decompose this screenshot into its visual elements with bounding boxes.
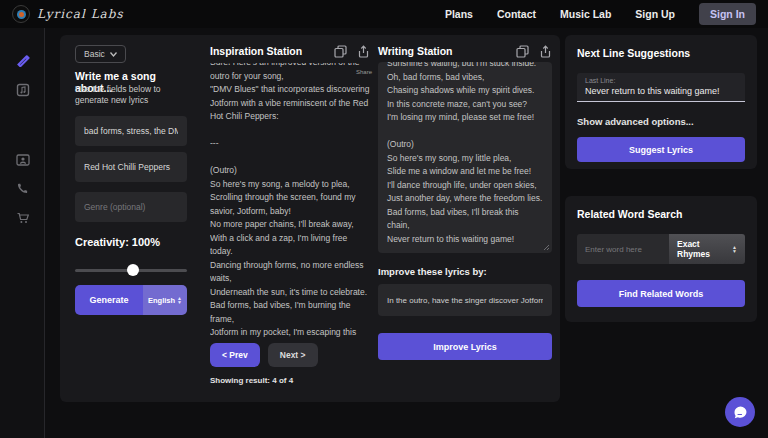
cart-icon	[16, 211, 30, 225]
chat-fab-button[interactable]	[725, 397, 755, 427]
inspiration-column: Inspiration Station Share Sure! Here's a…	[210, 35, 370, 402]
improve-input[interactable]	[378, 284, 552, 316]
sidebar-item-profile[interactable]	[0, 148, 45, 172]
showing-result: Showing result: 4 of 4	[210, 376, 293, 385]
next-line-title: Next Line Suggestions	[577, 47, 745, 59]
result-pager: < Prev Next >	[210, 343, 318, 367]
language-select-label: English	[148, 296, 175, 305]
inspiration-title: Inspiration Station	[210, 45, 302, 57]
sidebar-rail	[0, 28, 45, 438]
contact-card-icon	[16, 153, 30, 167]
generator-subtitle: Use the fields below to generate new lyr…	[75, 84, 191, 106]
inspiration-text: Sure! Here's an improved version of the …	[210, 63, 370, 337]
sidebar-item-write[interactable]	[0, 48, 45, 72]
last-line-value: Never return to this waiting game!	[585, 86, 737, 96]
last-line-label: Last Line:	[585, 77, 737, 84]
select-arrows-icon: ▲▼	[177, 296, 182, 304]
topic-input[interactable]	[75, 116, 187, 146]
genre-input[interactable]	[75, 192, 187, 222]
generator-column: Basic Write me a song about... Use the f…	[75, 35, 191, 402]
writing-title: Writing Station	[378, 45, 452, 57]
related-word-title: Related Word Search	[577, 208, 745, 220]
nav-plans[interactable]: Plans	[445, 8, 473, 20]
music-note-icon	[16, 83, 30, 97]
brand[interactable]: Lyrical Labs	[12, 5, 124, 23]
match-type-select[interactable]: Exact Rhymes ▲▼	[669, 234, 745, 264]
inspiration-header: Inspiration Station Share	[210, 45, 370, 58]
artist-input[interactable]	[75, 152, 187, 182]
share-icon[interactable]	[539, 45, 552, 58]
nav-music-lab[interactable]: Music Lab	[560, 8, 611, 20]
vinyl-record-icon	[12, 5, 30, 23]
improve-lyrics-button[interactable]: Improve Lyrics	[378, 333, 552, 360]
generate-button[interactable]: Generate	[75, 285, 143, 315]
top-nav: Plans Contact Music Lab Sign Up Sign In	[445, 3, 756, 25]
word-input[interactable]	[577, 234, 669, 264]
copy-icon[interactable]	[516, 45, 529, 58]
lyrics-editor-wrap	[378, 62, 552, 253]
copy-icon[interactable]	[334, 45, 347, 58]
phone-icon	[16, 182, 29, 195]
mode-select-label: Basic	[84, 49, 105, 59]
sidebar-item-cart[interactable]	[0, 206, 45, 230]
prev-button[interactable]: < Prev	[210, 343, 260, 367]
writing-header: Writing Station	[378, 45, 552, 58]
creativity-slider[interactable]	[75, 264, 187, 276]
pencil-icon	[16, 53, 30, 67]
lyrics-editor[interactable]	[378, 62, 552, 253]
share-icon[interactable]	[357, 45, 370, 58]
chevron-down-icon	[110, 52, 117, 57]
topbar: Lyrical Labs Plans Contact Music Lab Sig…	[0, 0, 768, 28]
mode-select[interactable]: Basic	[75, 45, 126, 63]
advanced-options-toggle[interactable]: Show advanced options...	[577, 116, 745, 127]
sidebar-item-phone[interactable]	[0, 176, 45, 200]
nav-sign-up[interactable]: Sign Up	[635, 8, 675, 20]
sidebar-item-music[interactable]	[0, 78, 45, 102]
language-select[interactable]: English ▲▼	[143, 285, 187, 315]
brand-name: Lyrical Labs	[37, 7, 124, 21]
suggest-lyrics-button[interactable]: Suggest Lyrics	[577, 137, 745, 162]
related-word-panel: Related Word Search Exact Rhymes ▲▼ Find…	[565, 196, 757, 322]
match-type-label: Exact Rhymes	[677, 239, 732, 259]
creativity-label: Creativity: 100%	[75, 236, 160, 248]
nav-contact[interactable]: Contact	[497, 8, 536, 20]
related-word-row: Exact Rhymes ▲▼	[577, 234, 745, 264]
improve-label: Improve these lyrics by:	[378, 266, 487, 277]
find-related-words-button[interactable]: Find Related Words	[577, 280, 745, 307]
inspiration-output[interactable]: Sure! Here's an improved version of the …	[210, 63, 370, 337]
generate-row: Generate English ▲▼	[75, 285, 187, 315]
workspace-panel: Basic Write me a song about... Use the f…	[60, 35, 560, 402]
writing-column: Writing Station Improve these lyrics by:…	[378, 35, 552, 402]
chat-bubble-icon	[733, 405, 748, 420]
next-button[interactable]: Next >	[268, 343, 318, 367]
next-line-panel: Next Line Suggestions Last Line: Never r…	[565, 35, 757, 169]
sign-in-button[interactable]: Sign In	[699, 3, 756, 25]
select-arrows-icon: ▲▼	[732, 245, 737, 253]
slider-thumb[interactable]	[127, 264, 139, 276]
last-line-field[interactable]: Last Line: Never return to this waiting …	[577, 73, 745, 102]
